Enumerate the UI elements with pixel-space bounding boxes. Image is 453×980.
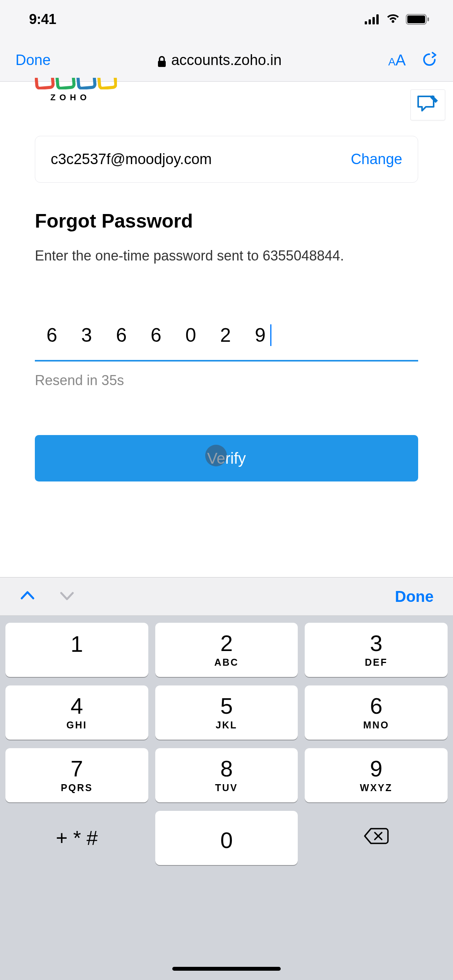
key-4[interactable]: 4 GHI	[5, 685, 148, 740]
home-indicator[interactable]	[172, 967, 281, 971]
key-0[interactable]: 0	[155, 811, 298, 865]
key-5[interactable]: 5 JKL	[155, 685, 298, 740]
wifi-icon	[386, 14, 400, 24]
text-cursor	[270, 324, 271, 346]
browser-done-button[interactable]: Done	[15, 52, 51, 69]
lock-icon	[157, 54, 166, 66]
prev-field-button[interactable]	[19, 590, 36, 603]
status-time: 9:41	[29, 11, 56, 27]
key-7[interactable]: 7 PQRS	[5, 748, 148, 802]
chat-edit-icon	[416, 94, 439, 115]
account-email: c3c2537f@moodjoy.com	[51, 151, 212, 168]
svg-rect-7	[158, 61, 166, 67]
next-field-button[interactable]	[59, 590, 75, 603]
text-size-button[interactable]: AA	[388, 51, 406, 69]
svg-rect-1	[369, 19, 371, 24]
url-text: accounts.zoho.in	[171, 52, 281, 69]
zoho-logo: ZOHO	[35, 78, 117, 103]
keyboard-accessory-bar: Done	[0, 577, 453, 616]
key-2[interactable]: 2 ABC	[155, 623, 298, 677]
svg-rect-0	[365, 21, 367, 24]
key-backspace[interactable]	[305, 811, 448, 865]
key-8[interactable]: 8 TUV	[155, 748, 298, 802]
key-symbols[interactable]: + * #	[5, 811, 148, 865]
svg-rect-5	[407, 15, 425, 23]
numeric-keypad: 1 2 ABC 3 DEF 4 GHI 5 JKL 6 MNO 7 PQRS	[0, 616, 453, 980]
key-9[interactable]: 9 WXYZ	[305, 748, 448, 802]
account-email-card: c3c2537f@moodjoy.com Change	[35, 136, 418, 183]
url-display[interactable]: accounts.zoho.in	[157, 52, 281, 69]
verify-button[interactable]: Verify	[35, 435, 418, 481]
page-content: ZOHO c3c2537f@moodjoy.com Change Forgot …	[0, 82, 453, 577]
keyboard-done-button[interactable]: Done	[395, 588, 434, 605]
svg-rect-2	[372, 17, 375, 24]
status-bar: 9:41	[0, 0, 453, 39]
resend-countdown: Resend in 35s	[35, 372, 418, 389]
cellular-signal-icon	[365, 14, 380, 24]
page-title: Forgot Password	[35, 210, 418, 232]
status-indicators	[365, 14, 430, 25]
battery-icon	[406, 14, 430, 25]
key-1[interactable]: 1	[5, 623, 148, 677]
svg-rect-6	[427, 17, 429, 21]
key-6[interactable]: 6 MNO	[305, 685, 448, 740]
key-3[interactable]: 3 DEF	[305, 623, 448, 677]
safari-toolbar: Done accounts.zoho.in AA	[0, 39, 453, 81]
change-account-link[interactable]: Change	[351, 151, 402, 168]
otp-input[interactable]: 6 3 6 6 0 2 9	[35, 324, 418, 362]
refresh-icon[interactable]	[421, 51, 438, 69]
backspace-icon	[363, 826, 390, 850]
feedback-button[interactable]	[410, 89, 445, 120]
svg-rect-3	[376, 14, 379, 24]
otp-value: 6 3 6 6 0 2 9	[46, 324, 275, 346]
logo-brand-text: ZOHO	[50, 93, 117, 103]
touch-indicator	[205, 445, 227, 466]
otp-instruction: Enter the one-time password sent to 6355…	[35, 246, 418, 266]
